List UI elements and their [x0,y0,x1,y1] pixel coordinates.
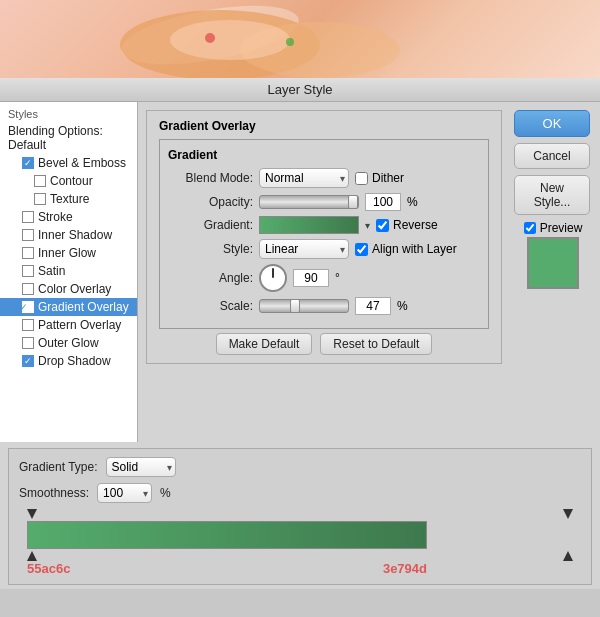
sidebar-item-label: Drop Shadow [38,354,111,368]
opacity-slider[interactable] [259,195,359,209]
angle-dial[interactable] [259,264,287,292]
sidebar-item-color-overlay[interactable]: Color Overlay [0,280,137,298]
dither-checkbox[interactable] [355,172,368,185]
gradient-bar[interactable] [27,521,427,549]
sidebar-item-bevel-emboss[interactable]: Bevel & Emboss [0,154,137,172]
gradient-type-select[interactable]: Solid Noise [106,457,176,477]
sidebar-item-satin[interactable]: Satin [0,262,137,280]
gradient-swatch[interactable] [259,216,359,234]
dither-row: Dither [355,171,404,185]
align-layer-row: Align with Layer [355,242,457,256]
panel-inner-title: Gradient [168,148,480,162]
opacity-unit: % [407,195,418,209]
dialog-title: Layer Style [0,78,600,102]
preview-label-row: Preview [524,221,583,235]
make-default-button[interactable]: Make Default [216,333,313,355]
gradient-label: Gradient: [168,218,253,232]
dither-label: Dither [372,171,404,185]
color-overlay-checkbox[interactable] [22,283,34,295]
opacity-input[interactable] [365,193,401,211]
smoothness-label: Smoothness: [19,486,89,500]
right-buttons-panel: OK Cancel New Style... Preview [510,102,600,442]
align-layer-checkbox[interactable] [355,243,368,256]
style-select-wrapper[interactable]: Linear Radial Angle [259,239,349,259]
sidebar-item-contour[interactable]: Contour [0,172,137,190]
style-select[interactable]: Linear Radial Angle [259,239,349,259]
sidebar-item-label: Pattern Overlay [38,318,121,332]
smoothness-select[interactable]: 100 75 50 [97,483,152,503]
texture-checkbox[interactable] [34,193,46,205]
gradient-overlay-checkbox[interactable]: ✓ [22,301,34,313]
angle-input[interactable] [293,269,329,287]
blend-mode-select[interactable]: Normal Dissolve Multiply [259,168,349,188]
sidebar-item-label: Gradient Overlay [38,300,129,314]
angle-label: Angle: [168,271,253,285]
scale-unit: % [397,299,408,313]
svg-point-3 [205,33,215,43]
gradient-bottom-stops [27,551,573,561]
gradient-dropdown-arrow[interactable]: ▾ [365,220,370,231]
style-row: Style: Linear Radial Angle Align with La… [168,239,480,259]
ok-button[interactable]: OK [514,110,590,137]
angle-unit: ° [335,271,340,285]
sidebar-item-texture[interactable]: Texture [0,190,137,208]
sidebar-item-pattern-overlay[interactable]: Pattern Overlay [0,316,137,334]
sidebar-item-label: Bevel & Emboss [38,156,126,170]
opacity-row: Opacity: % [168,193,480,211]
sidebar-item-label: Texture [50,192,89,206]
blend-mode-select-wrapper[interactable]: Normal Dissolve Multiply [259,168,349,188]
new-style-button[interactable]: New Style... [514,175,590,215]
gradient-stop-bottom-left[interactable] [27,551,37,561]
opacity-label: Opacity: [168,195,253,209]
scale-row: Scale: % [168,297,480,315]
sidebar-item-inner-glow[interactable]: Inner Glow [0,244,137,262]
outer-glow-checkbox[interactable] [22,337,34,349]
blend-mode-row: Blend Mode: Normal Dissolve Multiply Dit… [168,168,480,188]
sidebar-item-inner-shadow[interactable]: Inner Shadow [0,226,137,244]
sidebar-item-drop-shadow[interactable]: Drop Shadow [0,352,137,370]
sidebar-item-outer-glow[interactable]: Outer Glow [0,334,137,352]
align-layer-label: Align with Layer [372,242,457,256]
sidebar-item-stroke[interactable]: Stroke [0,208,137,226]
gradient-row: Gradient: ▾ Reverse [168,216,480,234]
cancel-button[interactable]: Cancel [514,143,590,169]
svg-point-4 [286,38,294,46]
gradient-type-row: Gradient Type: Solid Noise [19,457,581,477]
color-label-left: 55ac6c [27,561,70,576]
gradient-type-select-wrapper[interactable]: Solid Noise [106,457,176,477]
preview-swatch [527,237,579,289]
inner-shadow-checkbox[interactable] [22,229,34,241]
scale-slider[interactable] [259,299,349,313]
top-image-canvas [0,0,600,78]
stroke-checkbox[interactable] [22,211,34,223]
angle-row: Angle: ° [168,264,480,292]
gradient-stop-bottom-right[interactable] [563,551,573,561]
contour-checkbox[interactable] [34,175,46,187]
svg-point-2 [170,20,290,60]
reset-default-button[interactable]: Reset to Default [320,333,432,355]
main-panel: Gradient Overlay Gradient Blend Mode: No… [138,102,510,442]
smoothness-select-wrapper[interactable]: 100 75 50 [97,483,152,503]
preview-section: Preview [514,221,592,289]
gradient-stop-top-left[interactable] [27,509,37,519]
reverse-checkbox[interactable] [376,219,389,232]
gradient-stop-top-right[interactable] [563,509,573,519]
sidebar-item-label: Satin [38,264,65,278]
satin-checkbox[interactable] [22,265,34,277]
inner-glow-checkbox[interactable] [22,247,34,259]
sidebar-item-label: Blending Options: Default [8,124,129,152]
drop-shadow-checkbox[interactable] [22,355,34,367]
sidebar-item-blending-options[interactable]: Blending Options: Default [0,122,137,154]
pattern-overlay-checkbox[interactable] [22,319,34,331]
sidebar-item-label: Inner Glow [38,246,96,260]
gradient-top-stops [27,509,573,519]
sidebar-item-gradient-overlay[interactable]: ✓ Gradient Overlay [0,298,137,316]
sidebar-item-label: Outer Glow [38,336,99,350]
panel-outer-title: Gradient Overlay [159,119,489,133]
bevel-emboss-checkbox[interactable] [22,157,34,169]
scale-input[interactable] [355,297,391,315]
sidebar-item-label: Color Overlay [38,282,111,296]
smoothness-unit: % [160,486,171,500]
sidebar-title: Styles [0,106,137,122]
preview-checkbox[interactable] [524,222,536,234]
